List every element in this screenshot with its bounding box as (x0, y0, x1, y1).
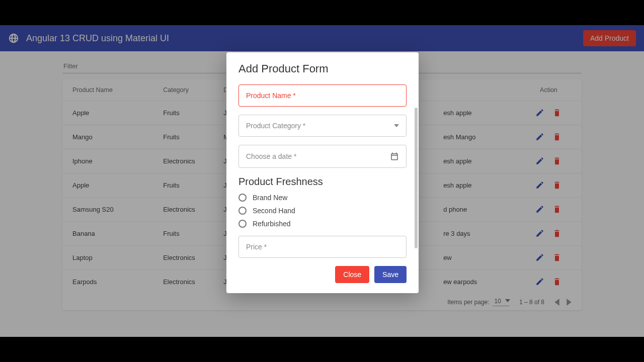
radio-second-hand[interactable]: Second Hand (238, 207, 407, 215)
price-field[interactable]: Price * (238, 236, 407, 258)
radio-icon (238, 207, 247, 215)
radio-refurbished[interactable]: Refurbished (238, 220, 407, 228)
product-name-field[interactable]: Product Name * (238, 84, 407, 107)
calendar-icon[interactable] (390, 152, 399, 161)
freshness-section-title: Product Freshness (238, 176, 407, 188)
add-product-dialog: Add Product Form Product Name * Product … (226, 52, 419, 293)
dialog-close-button[interactable]: Close (335, 266, 369, 283)
dialog-scrollbar[interactable] (415, 108, 418, 304)
dialog-save-button[interactable]: Save (374, 266, 407, 283)
dialog-title: Add Product Form (238, 62, 407, 75)
radio-icon (238, 220, 247, 228)
chevron-down-icon (394, 124, 399, 127)
radio-brand-new[interactable]: Brand New (238, 194, 407, 202)
date-field[interactable]: Choose a date * (238, 145, 407, 168)
product-category-select[interactable]: Product Category * (238, 115, 407, 137)
radio-icon (238, 194, 247, 202)
